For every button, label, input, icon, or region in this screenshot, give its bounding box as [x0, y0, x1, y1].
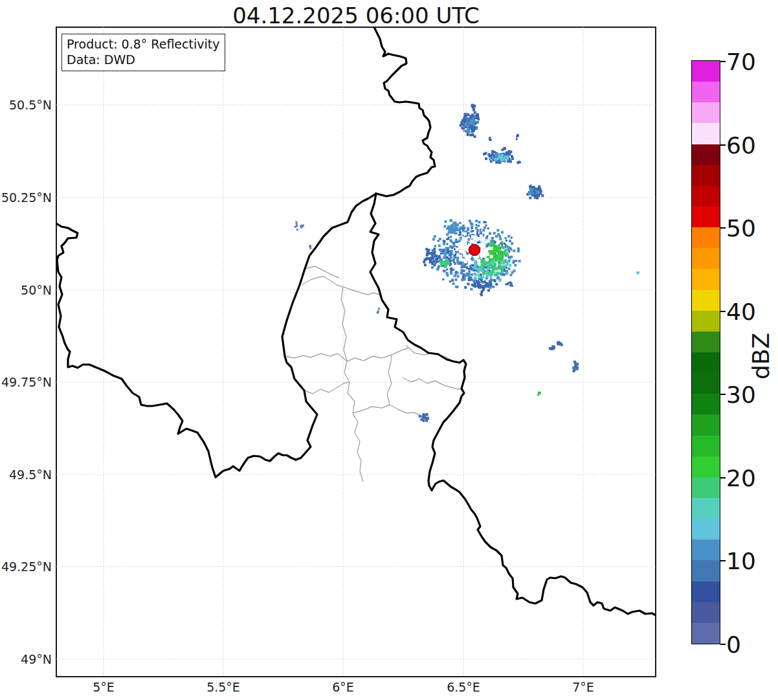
lon-tick-label: 7°E [554, 680, 612, 694]
colorbar-unit-label: dBZ [745, 317, 777, 395]
colorbar-segment [692, 290, 720, 311]
colorbar-tick-label: 20 [726, 465, 756, 491]
colorbar-segment [692, 248, 720, 269]
lat-tick-label: 49.5°N [0, 468, 52, 482]
colorbar-segment [692, 144, 720, 165]
lat-tick-label: 49.25°N [0, 559, 52, 574]
colorbar-tick [720, 144, 726, 146]
plot-title: 04.12.2025 06:00 UTC [56, 3, 656, 28]
lat-tick-label: 50°N [0, 283, 52, 297]
colorbar-segment [692, 581, 720, 602]
colorbar-segment [692, 394, 720, 414]
colorbar-segment [692, 332, 720, 352]
lat-tick-label: 50.25°N [0, 190, 52, 205]
colorbar [691, 60, 720, 644]
colorbar-segment [692, 311, 720, 332]
lon-tick-label: 6.5°E [434, 680, 493, 694]
colorbar-tick-label: 10 [726, 548, 756, 574]
colorbar-segment [692, 539, 720, 560]
colorbar-segment [692, 457, 720, 477]
colorbar-segment [692, 560, 720, 581]
lat-tick-label: 49.75°N [0, 375, 52, 389]
colorbar-segment [692, 165, 720, 186]
colorbar-tick-label: 50 [726, 215, 756, 242]
colorbar-tick-label: 70 [726, 49, 756, 75]
map-canvas [0, 0, 778, 700]
colorbar-tick [720, 227, 726, 229]
colorbar-tick [720, 311, 726, 312]
colorbar-tick [720, 644, 726, 645]
colorbar-segment [692, 82, 720, 102]
lon-tick-label: 6°E [314, 680, 372, 694]
colorbar-tick-label: 60 [726, 132, 756, 159]
annotation-box: Product: 0.8° Reflectivity Data: DWD [61, 34, 225, 71]
colorbar-segment [692, 436, 720, 457]
lat-tick-label: 49°N [0, 652, 52, 666]
colorbar-segment [692, 227, 720, 248]
colorbar-segment [692, 102, 720, 123]
colorbar-segment [692, 414, 720, 435]
colorbar-segment [692, 207, 720, 227]
colorbar-tick-label: 0 [726, 631, 741, 658]
colorbar-segment [692, 623, 720, 644]
lon-tick-label: 5.5°E [194, 680, 252, 694]
annotation-data-line: Data: DWD [67, 52, 219, 67]
colorbar-segment [692, 373, 720, 394]
colorbar-tick [720, 560, 726, 561]
colorbar-segment [692, 477, 720, 498]
colorbar-segment [692, 352, 720, 373]
colorbar-segment [692, 269, 720, 289]
colorbar-tick [720, 61, 726, 62]
colorbar-segment [692, 186, 720, 207]
colorbar-segment [692, 602, 720, 623]
colorbar-segment [692, 61, 720, 82]
colorbar-segment [692, 498, 720, 519]
radar-figure: 04.12.2025 06:00 UTC Product: 0.8° Refle… [0, 0, 778, 700]
colorbar-tick [720, 477, 726, 479]
lon-tick-label: 5°E [74, 680, 133, 694]
colorbar-segment [692, 519, 720, 539]
radar-site-marker [469, 245, 480, 256]
colorbar-segment [692, 123, 720, 144]
lat-tick-label: 50.5°N [0, 98, 52, 112]
colorbar-tick [720, 394, 726, 395]
annotation-product-line: Product: 0.8° Reflectivity [67, 36, 219, 52]
